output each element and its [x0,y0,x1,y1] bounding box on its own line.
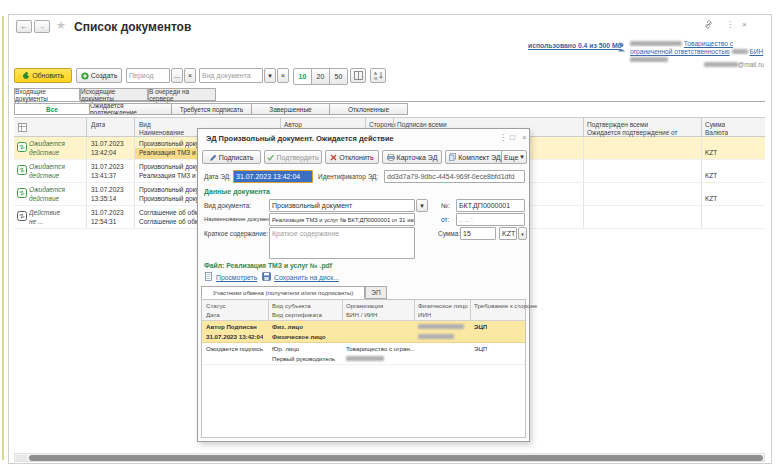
favorite-star-icon[interactable]: ★ [56,19,66,32]
prow-requirement: ЭЦП [474,344,487,354]
kit-label: Комплект ЭД [458,154,500,161]
participant-row[interactable]: Ожидается подпись Юр. лицо Первый руково… [202,343,525,365]
pcol-person-sub[interactable]: ИИН [418,310,431,320]
tab-outgoing[interactable]: Исходящие документы [80,88,148,101]
doc-name-value: Реализация ТМЗ и услуг № БКТ.ДП0000001 о… [272,217,415,223]
scrollbar-thumb[interactable] [29,455,763,461]
doctype-select-button[interactable]: ▾ [264,68,276,83]
sort-settings-button[interactable]: АЯ [370,68,386,83]
pcol-requirement[interactable]: Требование к стороне [474,301,537,311]
dialog-menu-icon[interactable]: ⋮ [499,134,507,142]
scrollbar-left-button[interactable] [16,455,27,461]
more-button[interactable]: Еще ▾ [501,150,527,164]
page-size-20[interactable]: 20 [312,68,330,85]
participants-table: Статус Дата Вид субъекта Вид сертификата… [201,299,526,438]
link-icon[interactable] [704,20,714,30]
tab-participants[interactable]: Участники обмена (получатели и/или подпи… [201,286,365,299]
period-clear-button[interactable]: × [184,68,196,83]
back-button[interactable]: ← [16,20,32,33]
confirm-label: Подтвердить [276,154,318,161]
sign-button[interactable]: Подписать [202,150,261,164]
svg-text:Я: Я [374,76,377,80]
redacted-org-bin [346,356,384,361]
redacted-email-name [704,62,738,67]
prow-subject: Юр. лицо [272,344,299,354]
window-edge-accent [2,16,4,460]
preview-link[interactable]: Просмотреть [216,274,257,281]
clear-icon: × [281,72,285,79]
filter-completed[interactable]: Завершенные [252,103,330,115]
doctype-clear-button[interactable]: × [277,68,289,83]
tab-server-queue[interactable]: В очереди на сервере [148,88,216,101]
save-link[interactable]: Сохранить на диск... [274,274,339,281]
ed-id-input[interactable]: dd3d7a79-9dbc-4454-969f-0ece8bfd1dfd [384,170,525,183]
ellipsis-icon: ... [174,72,180,79]
participant-row[interactable]: Автор Подписан 31.07.2023 13:42:04 Физ. … [202,321,525,343]
forward-button[interactable]: → [34,20,50,33]
horizontal-scrollbar[interactable] [14,453,765,462]
more-label: Еще [504,154,518,161]
filter-all[interactable]: Все [14,103,90,115]
ed-id-value: dd3d7a79-9dbc-4454-969f-0ece8bfd1dfd [387,173,514,180]
prow-cert: Физическое лицо [272,332,326,342]
row-status-line2: действие [29,194,59,204]
save-disk-icon [262,272,271,281]
close-window-icon[interactable]: × [742,21,747,29]
create-button[interactable]: Создать [76,68,122,83]
storage-quota-link[interactable]: использовано 0.4 из 500 Мб [528,42,622,49]
back-arrow-icon: ← [21,23,28,30]
page-size-10[interactable]: 10 [293,68,312,85]
pcol-status-sub[interactable]: Дата [206,310,220,320]
prow-subject: Физ. лицо [272,322,303,332]
kit-button[interactable]: Комплект ЭД [445,150,505,164]
user-email: @mail.ru [660,61,764,68]
tab-incoming[interactable]: Входящие документы [14,88,80,101]
filter-needs-signature[interactable]: Требуется подписать [172,103,252,115]
row-currency: KZT [705,171,717,181]
ed-date-input[interactable]: 31.07.2023 13:42:04 [233,170,313,183]
currency-select-button[interactable]: ▾ [518,227,527,240]
row-status-line2: действие [29,171,59,181]
doctype-input[interactable]: Вид документа [199,68,263,83]
summary-textarea[interactable]: Краткое содержание [269,227,415,259]
number-input[interactable]: БКТ.ДП0000001 [456,199,525,212]
kind-select-button[interactable]: ▾ [416,199,428,212]
currency-combo[interactable]: KZT [499,227,517,240]
kind-combo[interactable]: Произвольный документ [269,199,415,212]
card-label: Карточка ЭД [397,154,438,161]
period-input[interactable]: Период [126,68,170,83]
page-size-50[interactable]: 50 [330,68,348,85]
confirm-button[interactable]: Подтвердить [264,150,322,164]
create-label: Создать [91,72,118,79]
ed-date-label: Дата ЭД: [204,173,231,180]
filter-declined[interactable]: Отклоненные [330,103,408,115]
from-date-input[interactable]: .. .. : [456,213,525,226]
summary-placeholder: Краткое содержание [272,230,339,237]
page-size-group: 10 20 50 [293,68,348,83]
dialog-maximize-icon[interactable]: □ [510,134,515,142]
refresh-icon [22,72,30,80]
sum-label: Сумма: [438,230,460,237]
from-label: от: [441,216,449,223]
sign-label: Подписать [219,154,254,161]
pcol-subject-sub[interactable]: Вид сертификата [272,310,322,320]
period-picker-button[interactable]: ... [171,68,183,83]
refresh-button[interactable]: Обновить [14,68,72,83]
number-value: БКТ.ДП0000001 [459,202,510,209]
sum-input[interactable]: 15 [460,227,496,240]
decline-button[interactable]: Отклонить [325,150,379,164]
col-date[interactable]: Дата [91,120,105,130]
pcol-org-sub[interactable]: БИН / ИИН [346,310,378,320]
card-button[interactable]: Карточка ЭД [382,150,442,164]
dialog-close-icon[interactable]: × [522,134,527,142]
doc-name-input[interactable]: Реализация ТМЗ и услуг № БКТ.ДП0000001 о… [269,213,415,226]
prow-date: 31.07.2023 13:42:04 [206,332,263,342]
tab-ep[interactable]: ЭП [365,286,387,299]
prow-org: Товарищество с огран... [346,344,415,354]
columns-view-button[interactable] [350,68,366,83]
row-time: 13:42:04 [91,148,116,158]
more-menu-icon[interactable]: ⋮ [726,21,734,29]
doc-state-active-icon [17,165,27,175]
filter-awaiting-confirmation[interactable]: Ожидается подтверждение [90,103,172,115]
doc-state-active-icon [17,142,27,152]
